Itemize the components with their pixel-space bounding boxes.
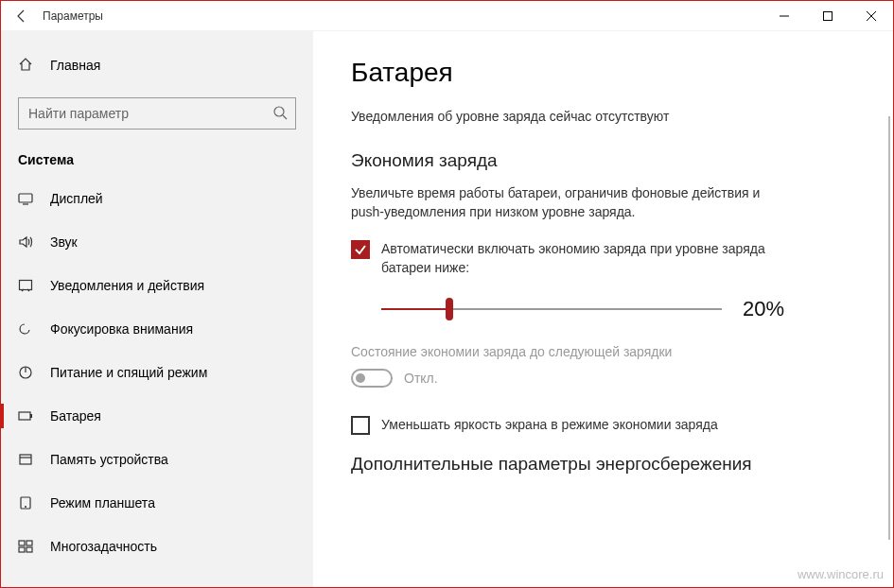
tablet-icon bbox=[18, 495, 33, 510]
auto-enable-label: Автоматически включать экономию заряда п… bbox=[381, 240, 786, 277]
notifications-icon bbox=[18, 278, 33, 293]
sidebar-group-label: Система bbox=[1, 147, 313, 177]
close-button[interactable] bbox=[850, 1, 893, 31]
battery-icon bbox=[18, 408, 33, 424]
svg-rect-6 bbox=[20, 281, 32, 290]
svg-rect-10 bbox=[30, 414, 32, 418]
home-icon bbox=[18, 57, 33, 75]
battery-notice: Уведомления об уровне заряда сейчас отсу… bbox=[351, 107, 805, 126]
svg-rect-1 bbox=[824, 11, 833, 20]
search-icon bbox=[272, 105, 288, 123]
svg-point-2 bbox=[274, 107, 284, 116]
slider-thumb[interactable] bbox=[446, 298, 453, 320]
scroll-indicator[interactable] bbox=[888, 116, 890, 540]
minimize-button[interactable] bbox=[763, 1, 806, 31]
slider-fill bbox=[381, 308, 449, 310]
sidebar-nav: ДисплейЗвукУведомления и действияФокусир… bbox=[1, 177, 313, 568]
auto-enable-row: Автоматически включать экономию заряда п… bbox=[351, 240, 786, 277]
toggle-state: Откл. bbox=[404, 371, 438, 386]
sidebar-item-label: Многозадачность bbox=[50, 539, 157, 554]
sidebar-item-label: Батарея bbox=[50, 408, 101, 424]
sidebar-item-label: Фокусировка внимания bbox=[50, 321, 193, 337]
threshold-slider[interactable] bbox=[381, 298, 722, 320]
sidebar-item-battery[interactable]: Батарея bbox=[1, 394, 313, 438]
search-input[interactable] bbox=[28, 106, 272, 121]
svg-rect-9 bbox=[19, 412, 30, 420]
sidebar-home[interactable]: Главная bbox=[1, 46, 313, 84]
sidebar-item-sound[interactable]: Звук bbox=[1, 220, 313, 264]
sidebar-item-label: Память устройства bbox=[50, 452, 168, 467]
sidebar-item-display[interactable]: Дисплей bbox=[1, 177, 313, 220]
focus-icon bbox=[18, 321, 33, 337]
sound-icon bbox=[18, 234, 33, 250]
multitasking-icon bbox=[18, 539, 33, 554]
watermark: www.wincore.ru bbox=[798, 567, 884, 581]
section-header-saver: Экономия заряда bbox=[351, 150, 855, 171]
dim-row: Уменьшать яркость экрана в режиме эконом… bbox=[351, 416, 786, 435]
saver-description: Увеличьте время работы батареи, ограничи… bbox=[351, 184, 786, 221]
svg-rect-11 bbox=[20, 455, 31, 464]
sidebar-item-notifications[interactable]: Уведомления и действия bbox=[1, 264, 313, 307]
settings-window: Параметры Главная bbox=[0, 0, 894, 588]
window-title: Параметры bbox=[43, 9, 103, 23]
search-box[interactable] bbox=[18, 97, 296, 130]
dim-label: Уменьшать яркость экрана в режиме эконом… bbox=[381, 416, 718, 435]
display-icon bbox=[18, 191, 33, 206]
main-content: Батарея Уведомления об уровне заряда сей… bbox=[313, 31, 893, 587]
svg-rect-18 bbox=[26, 547, 32, 552]
svg-rect-16 bbox=[26, 541, 32, 545]
sidebar-item-focus[interactable]: Фокусировка внимания bbox=[1, 307, 313, 351]
sidebar-item-label: Дисплей bbox=[50, 191, 103, 206]
slider-value: 20% bbox=[743, 297, 784, 321]
sidebar-item-storage[interactable]: Память устройства bbox=[1, 438, 313, 481]
sidebar-home-label: Главная bbox=[50, 58, 100, 73]
storage-icon bbox=[18, 452, 33, 467]
saver-toggle[interactable] bbox=[351, 369, 393, 388]
sidebar-item-multitasking[interactable]: Многозадачность bbox=[1, 525, 313, 568]
window-body: Главная Система ДисплейЗвукУведомления и… bbox=[1, 31, 893, 587]
page-title: Батарея bbox=[351, 58, 855, 88]
section-header-more: Дополнительные параметры энергосбережени… bbox=[351, 454, 855, 475]
auto-enable-checkbox[interactable] bbox=[351, 240, 370, 259]
sidebar-item-label: Режим планшета bbox=[50, 495, 155, 510]
toggle-row: Откл. bbox=[351, 369, 855, 388]
svg-rect-17 bbox=[19, 547, 25, 552]
sidebar-item-label: Звук bbox=[50, 234, 78, 250]
svg-rect-15 bbox=[19, 541, 25, 545]
toggle-knob bbox=[356, 373, 365, 383]
power-icon bbox=[18, 365, 33, 380]
sidebar-item-label: Питание и спящий режим bbox=[50, 365, 207, 380]
dim-checkbox[interactable] bbox=[351, 416, 370, 435]
sidebar-item-power[interactable]: Питание и спящий режим bbox=[1, 351, 313, 394]
svg-rect-4 bbox=[19, 194, 32, 202]
threshold-slider-row: 20% bbox=[351, 297, 855, 321]
window-controls bbox=[763, 1, 893, 31]
maximize-button[interactable] bbox=[806, 1, 850, 31]
sidebar-item-label: Уведомления и действия bbox=[50, 278, 204, 293]
titlebar: Параметры bbox=[1, 1, 893, 31]
until-next-charge-label: Состояние экономии заряда до следующей з… bbox=[351, 344, 855, 359]
sidebar-item-tablet[interactable]: Режим планшета bbox=[1, 481, 313, 525]
back-button[interactable] bbox=[1, 1, 43, 31]
svg-point-14 bbox=[25, 506, 26, 508]
svg-line-3 bbox=[283, 115, 287, 119]
sidebar: Главная Система ДисплейЗвукУведомления и… bbox=[1, 31, 313, 587]
